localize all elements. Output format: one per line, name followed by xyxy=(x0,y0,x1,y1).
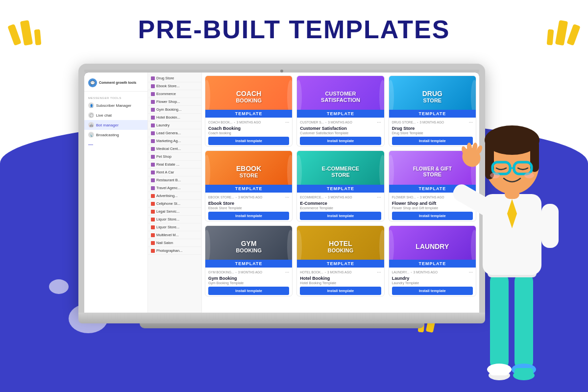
card-meta-customer: CUSTOMER S... • 3 MONTHS AGO ··· xyxy=(300,120,381,125)
logo-text: Comment growth tools xyxy=(99,81,136,85)
tli-icon xyxy=(151,163,155,167)
install-btn-ecommerce[interactable]: Install template xyxy=(300,212,381,220)
install-btn-customer[interactable]: Install template xyxy=(300,137,381,145)
tli-rentacar[interactable]: Rent A Car xyxy=(148,169,201,176)
tli-laundry[interactable]: Laundry xyxy=(148,122,201,129)
tli-icon xyxy=(151,131,155,135)
card-info-gym: GYM BOOKING... • 3 MONTHS AGO ··· Gym Bo… xyxy=(205,268,292,296)
tli-liquor2[interactable]: Liquor Store... xyxy=(148,223,201,231)
card-desc-customer: Customer Satisfaction Template xyxy=(300,131,381,135)
character-svg xyxy=(446,86,578,390)
tli-icon xyxy=(151,249,155,253)
tli-medical[interactable]: Medical Cent... xyxy=(148,145,201,153)
tli-multilevel[interactable]: Multilevel M... xyxy=(148,231,201,239)
card-info-coach: COACH BOOK... • 3 MONTHS AGO ··· Coach B… xyxy=(205,118,292,146)
svg-rect-27 xyxy=(514,368,533,375)
tli-flower[interactable]: Flower Shop... xyxy=(148,98,201,106)
install-btn-coach[interactable]: Install template xyxy=(208,137,289,145)
deco-right xyxy=(546,20,578,46)
templates-grid: COACH BOOKING TEMPLATE COACH BOOK... • 3… xyxy=(205,75,476,296)
card-meta-ecommerce: ECOMMERCE... • 3 MONTHS AGO ··· xyxy=(300,195,381,200)
app-main: COACH BOOKING TEMPLATE COACH BOOK... • 3… xyxy=(202,73,479,313)
card-menu-coach[interactable]: ··· xyxy=(285,120,289,125)
sidebar-logo: 💬 Comment growth tools xyxy=(84,76,147,92)
template-card-customer: CUSTOMER SATISFACTION TEMPLATE CUSTOMER … xyxy=(296,75,384,147)
tli-realestate[interactable]: Real Estate ... xyxy=(148,161,201,169)
card-desc-gym: Gym Booking Template xyxy=(208,281,289,285)
tli-drugstore[interactable]: Drug Store xyxy=(148,74,201,82)
tli-nailsalon[interactable]: Nail Salon xyxy=(148,239,201,247)
tli-marketing[interactable]: Marketing Ag... xyxy=(148,137,201,145)
sidebar-item-label: Bot manager xyxy=(96,123,119,127)
card-meta-gym: GYM BOOKING... • 3 MONTHS AGO ··· xyxy=(208,270,289,275)
template-thumb-hotel: HOTEL BOOKING TEMPLATE xyxy=(297,226,384,268)
tli-icon xyxy=(151,225,155,229)
tli-icon xyxy=(151,186,155,190)
card-desc-hotel: Hotel Booking Template xyxy=(300,281,381,285)
card-menu-ecommerce[interactable]: ··· xyxy=(377,195,381,200)
page-title: PRE-BUILT TEMPLATES xyxy=(138,15,450,44)
laptop-base xyxy=(78,313,485,323)
card-title-ecommerce: E-Commerce xyxy=(300,201,381,206)
install-btn-gym[interactable]: Install template xyxy=(208,287,289,295)
tli-cellphone[interactable]: Cellphone St... xyxy=(148,200,201,208)
bot-icon: 🤖 xyxy=(88,122,94,128)
thumb-bar-coach: TEMPLATE xyxy=(205,110,292,118)
tli-hotel[interactable]: Hotel Bookin... xyxy=(148,114,201,122)
thumb-label-hotel: HOTEL BOOKING xyxy=(328,240,354,253)
tli-icon xyxy=(151,233,155,237)
template-card-ecommerce: E-COMMERCE STORE TEMPLATE ECOMMERCE... •… xyxy=(296,150,384,221)
card-menu-hotel[interactable]: ··· xyxy=(377,270,381,275)
template-thumb-coach: COACH BOOKING TEMPLATE xyxy=(205,76,292,118)
card-menu-gym[interactable]: ··· xyxy=(285,270,289,275)
tli-restaurant[interactable]: Restaurant B... xyxy=(148,176,201,184)
card-meta-coach: COACH BOOK... • 3 MONTHS AGO ··· xyxy=(208,120,289,125)
card-title-hotel: Hotel Booking xyxy=(300,276,381,281)
tli-liquor1[interactable]: Liquor Store... xyxy=(148,216,201,223)
tli-icon xyxy=(151,147,155,151)
template-card-hotel: HOTEL BOOKING TEMPLATE HOTEL BOOK... • 3… xyxy=(296,225,384,296)
svg-point-18 xyxy=(524,172,534,178)
tli-gym[interactable]: Gym Booking... xyxy=(148,106,201,114)
card-info-ecommerce: ECOMMERCE... • 3 MONTHS AGO ··· E-Commer… xyxy=(297,193,384,221)
tli-legal[interactable]: Legal Servic... xyxy=(148,208,201,216)
install-btn-ebook[interactable]: Install template xyxy=(208,212,289,220)
tli-petshop[interactable]: Pet Shop xyxy=(148,153,201,161)
tli-icon xyxy=(151,84,155,88)
camera-bump xyxy=(84,70,479,73)
tli-lead[interactable]: Lead Genera... xyxy=(148,129,201,137)
tli-travel[interactable]: Travel Agenc... xyxy=(148,184,201,192)
person-icon: 👤 xyxy=(88,102,94,108)
template-card-coach: COACH BOOKING TEMPLATE COACH BOOK... • 3… xyxy=(205,75,293,147)
sidebar-item-broadcasting[interactable]: 📡 Broadcasting xyxy=(84,130,147,140)
thumb-label-ecommerce: E-COMMERCE STORE xyxy=(322,166,359,177)
sidebar-item-botmanager[interactable]: 🤖 Bot manager xyxy=(84,120,147,130)
tli-icon xyxy=(151,178,155,182)
thumb-label-customer: CUSTOMER SATISFACTION xyxy=(321,91,360,102)
tli-icon xyxy=(151,76,155,80)
sidebar-item-label: Broadcasting xyxy=(96,133,119,137)
tli-icon xyxy=(151,210,155,214)
logo-icon: 💬 xyxy=(88,78,97,87)
thumb-label-drug: DRUG STORE xyxy=(422,90,442,103)
app-sidebar-left: 💬 Comment growth tools MESSENGER TOOLS 👤… xyxy=(84,73,148,313)
tli-ecommerce[interactable]: Ecommerce xyxy=(148,90,201,98)
tli-icon xyxy=(151,218,155,221)
tli-icon xyxy=(151,139,155,143)
tli-ebook[interactable]: Ebook Store... xyxy=(148,82,201,90)
sidebar-item-subscriber[interactable]: 👤 Subscriber Manager xyxy=(84,100,147,110)
card-menu-ebook[interactable]: ··· xyxy=(285,195,289,200)
template-thumb-ecommerce: E-COMMERCE STORE TEMPLATE xyxy=(297,151,384,193)
thumb-label-coach: COACH BOOKING xyxy=(236,90,262,103)
card-info-ebook: EBOOK STORE... • 3 MONTHS AGO ··· Ebook … xyxy=(205,193,292,221)
card-desc-ebook: Ebook Store Template xyxy=(208,206,289,210)
sidebar-item-livechat[interactable]: 💬 Live chat xyxy=(84,110,147,120)
card-desc-coach: Coach booking xyxy=(208,131,289,135)
card-menu-customer[interactable]: ··· xyxy=(377,120,381,125)
deco-left xyxy=(10,20,42,46)
tli-icon xyxy=(151,171,155,174)
tli-photographer[interactable]: Photographan... xyxy=(148,247,201,255)
sidebar-section-label: MESSENGER TOOLS xyxy=(84,95,147,100)
install-btn-hotel[interactable]: Install template xyxy=(300,287,381,295)
tli-advertising[interactable]: Advertising... xyxy=(148,192,201,200)
